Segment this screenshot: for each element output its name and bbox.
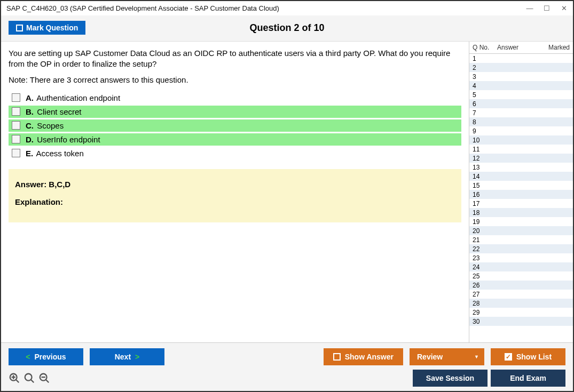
row-qno: 9	[469, 127, 489, 135]
option-row[interactable]: D. UserInfo endpoint	[9, 133, 461, 146]
row-qno: 2	[469, 64, 489, 71]
option-row[interactable]: A. Authentication endpoint	[9, 92, 461, 104]
col-qno: Q No.	[469, 42, 494, 53]
option-checkbox[interactable]	[12, 121, 20, 130]
question-list-row[interactable]: 7	[469, 108, 573, 117]
save-session-button[interactable]: Save Session	[413, 370, 487, 387]
svg-line-1	[16, 380, 19, 383]
question-list-row[interactable]: 8	[469, 117, 573, 126]
question-list-row[interactable]: 14	[469, 172, 573, 181]
question-list-row[interactable]: 10	[469, 135, 573, 145]
question-list-row[interactable]: 28	[469, 299, 573, 308]
row-qno: 23	[469, 254, 489, 262]
main-area: You are setting up SAP Customer Data Clo…	[1, 42, 573, 342]
option-text: E. Access token	[26, 149, 84, 158]
footer: < Previous Next > Show Answer Review ▼ ✓…	[1, 342, 573, 391]
row-qno: 24	[469, 263, 489, 271]
explanation-label: Explanation:	[15, 197, 455, 206]
question-list-row[interactable]: 11	[469, 145, 573, 154]
question-list-row[interactable]: 9	[469, 126, 573, 135]
question-list-row[interactable]: 24	[469, 262, 573, 271]
mark-label: Mark Question	[26, 23, 78, 32]
row-qno: 25	[469, 273, 489, 280]
question-list-row[interactable]: 5	[469, 90, 573, 99]
option-text: B. Client secret	[26, 107, 82, 116]
option-checkbox[interactable]	[12, 135, 20, 143]
option-text: C. Scopes	[26, 121, 64, 130]
chevron-right-icon: >	[135, 353, 139, 361]
question-list-row[interactable]: 21	[469, 235, 573, 244]
col-marked: Marked	[541, 42, 573, 53]
end-exam-label: End Exam	[510, 374, 546, 382]
question-list-row[interactable]: 27	[469, 290, 573, 299]
end-exam-button[interactable]: End Exam	[491, 370, 565, 387]
option-checkbox[interactable]	[12, 149, 20, 157]
question-list-row[interactable]: 13	[469, 163, 573, 172]
row-qno: 3	[469, 73, 489, 81]
previous-button[interactable]: < Previous	[9, 348, 83, 365]
row-qno: 13	[469, 164, 489, 171]
row-qno: 22	[469, 245, 489, 253]
show-list-button[interactable]: ✓ Show List	[491, 348, 565, 365]
mark-question-button[interactable]: Mark Question	[9, 21, 85, 35]
maximize-button[interactable]: ☐	[543, 4, 551, 12]
zoom-out-icon[interactable]	[38, 372, 50, 384]
question-list-row[interactable]: 2	[469, 63, 573, 72]
zoom-in-icon[interactable]	[9, 372, 20, 384]
titlebar: SAP C_C4H620_03 (SAP Certified Developme…	[1, 1, 573, 15]
question-panel: You are setting up SAP Customer Data Clo…	[1, 42, 469, 342]
minimize-button[interactable]: —	[526, 4, 533, 12]
option-text: D. UserInfo endpoint	[26, 135, 100, 144]
question-list-row[interactable]: 29	[469, 308, 573, 317]
close-button[interactable]: ✕	[560, 4, 568, 12]
options-list: A. Authentication endpointB. Client secr…	[9, 92, 461, 159]
question-list-row[interactable]: 19	[469, 217, 573, 226]
question-list-row[interactable]: 30	[469, 317, 573, 326]
question-list-row[interactable]: 3	[469, 72, 573, 81]
question-list-row[interactable]: 1	[469, 54, 573, 63]
row-qno: 6	[469, 100, 489, 108]
row-qno: 16	[469, 191, 489, 198]
row-qno: 4	[469, 82, 489, 90]
row-qno: 27	[469, 291, 489, 298]
answer-line: Answer: B,C,D	[15, 180, 455, 189]
question-list-row[interactable]: 22	[469, 244, 573, 253]
review-dropdown[interactable]: Review ▼	[410, 348, 484, 365]
row-qno: 30	[469, 318, 489, 325]
question-list-panel: Q No. Answer Marked 12345678910111213141…	[469, 42, 573, 342]
question-list-row[interactable]: 17	[469, 199, 573, 208]
option-row[interactable]: B. Client secret	[9, 106, 461, 118]
question-list-row[interactable]: 18	[469, 208, 573, 217]
check-icon: ✓	[505, 353, 512, 361]
review-label: Review	[417, 353, 443, 361]
question-list-row[interactable]: 6	[469, 99, 573, 108]
next-button[interactable]: Next >	[90, 348, 164, 365]
answer-box: Answer: B,C,D Explanation:	[9, 169, 461, 222]
show-answer-button[interactable]: Show Answer	[324, 348, 403, 365]
question-list-row[interactable]: 23	[469, 253, 573, 262]
question-list-row[interactable]: 12	[469, 154, 573, 163]
option-checkbox[interactable]	[12, 107, 20, 116]
option-row[interactable]: E. Access token	[9, 147, 461, 159]
row-qno: 28	[469, 300, 489, 307]
row-qno: 18	[469, 209, 489, 217]
svg-line-7	[46, 380, 49, 383]
question-list-row[interactable]: 26	[469, 281, 573, 290]
question-list-row[interactable]: 15	[469, 181, 573, 190]
question-list-row[interactable]: 16	[469, 190, 573, 199]
option-checkbox[interactable]	[12, 93, 20, 102]
chevron-down-icon: ▼	[474, 354, 479, 359]
list-header: Q No. Answer Marked	[469, 42, 573, 54]
row-qno: 14	[469, 173, 489, 180]
option-row[interactable]: C. Scopes	[9, 119, 461, 132]
zoom-icon[interactable]	[23, 372, 35, 384]
question-list-row[interactable]: 4	[469, 81, 573, 90]
question-list-row[interactable]: 20	[469, 226, 573, 235]
row-qno: 19	[469, 218, 489, 226]
question-list-row[interactable]: 25	[469, 271, 573, 281]
row-qno: 12	[469, 155, 489, 162]
footer-row-2: Save Session End Exam	[9, 370, 565, 387]
question-list[interactable]: 1234567891011121314151617181920212223242…	[469, 54, 573, 342]
row-qno: 1	[469, 55, 489, 62]
footer-row-1: < Previous Next > Show Answer Review ▼ ✓…	[9, 348, 565, 365]
